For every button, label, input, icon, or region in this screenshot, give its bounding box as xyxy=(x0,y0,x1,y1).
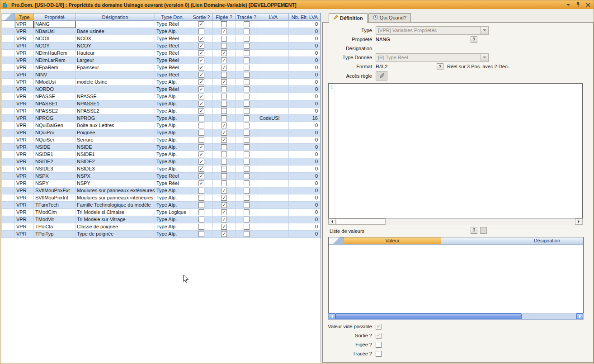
row-selector[interactable] xyxy=(1,202,15,209)
table-row[interactable]: VPR TFamTech Famille Technologique du mo… xyxy=(1,202,321,209)
sortie-checkbox[interactable] xyxy=(198,144,204,150)
tracee-checkbox[interactable] xyxy=(244,57,250,63)
row-selector[interactable] xyxy=(1,137,15,144)
figee-checkbox[interactable] xyxy=(221,108,227,114)
figee-checkbox[interactable] xyxy=(221,130,227,136)
sortie-checkbox[interactable] xyxy=(198,188,204,194)
sortie-checkbox[interactable] xyxy=(198,57,204,63)
table-row[interactable]: VPR NPASSE1 NPASSE1 Type Alp. 0 xyxy=(1,100,321,108)
select-all-corner[interactable] xyxy=(1,13,15,21)
figee-checkbox[interactable] xyxy=(221,50,227,56)
sortie-checkbox[interactable] xyxy=(198,86,204,92)
table-row[interactable]: VPR NPASSE NPASSE Type Alp. 0 xyxy=(1,93,321,100)
figee-checkbox[interactable] xyxy=(221,101,227,107)
tracee-checkbox[interactable] xyxy=(244,217,250,222)
tracee-checkbox[interactable] xyxy=(244,224,250,230)
row-selector[interactable] xyxy=(1,28,15,35)
table-row[interactable]: VPR NSPY NSPY Type Réel 0 xyxy=(1,180,321,187)
tracee-checkbox[interactable] xyxy=(244,72,250,78)
table-row[interactable]: VPR NModUsi modele Usine Type Alp. 0 xyxy=(1,79,321,86)
sortie-checkbox[interactable] xyxy=(198,65,204,71)
sortie-checkbox[interactable] xyxy=(376,333,382,339)
figee-checkbox[interactable] xyxy=(221,137,227,143)
acces-regle-button[interactable] xyxy=(376,71,387,80)
table-row[interactable]: VPR NANG Type Réel 0 xyxy=(1,21,321,28)
col-header-sortie[interactable]: Sortie ? xyxy=(190,13,213,21)
table-row[interactable]: VPR NORDO Type Réel 0 xyxy=(1,86,321,93)
tracee-checkbox[interactable] xyxy=(376,351,382,357)
table-row[interactable]: VPR NSIDE2 NSIDE2 Type Alp. 0 xyxy=(1,158,321,165)
chevron-down-icon[interactable] xyxy=(565,2,571,8)
figee-checkbox[interactable] xyxy=(221,57,227,63)
table-row[interactable]: VPR NQuiSer Serrure Type Alp. 0 xyxy=(1,137,321,144)
rule-editor[interactable]: 1 xyxy=(328,83,583,218)
col-header-type-don[interactable]: Type Don. xyxy=(155,13,190,21)
sortie-checkbox[interactable] xyxy=(198,209,204,215)
sortie-checkbox[interactable] xyxy=(198,137,204,143)
row-selector[interactable] xyxy=(1,129,15,137)
figee-checkbox[interactable] xyxy=(221,65,227,71)
table-row[interactable]: VPR NPASSE2 NPASSE2 Type Alp. 0 xyxy=(1,108,321,115)
col-header-figee[interactable]: Figée ? xyxy=(213,13,236,21)
scroll-left-icon[interactable] xyxy=(329,313,335,319)
table-row[interactable]: VPR TModVit Tri Modele sur Vitrage Type … xyxy=(1,216,321,223)
row-selector[interactable] xyxy=(1,64,15,71)
tracee-checkbox[interactable] xyxy=(244,21,250,27)
table-row[interactable]: VPR NSIDE1 NSIDE1 Type Alp. 0 xyxy=(1,151,321,158)
table-row[interactable]: VPR NPROG NPROG Type Alp. CodeUSI 16 xyxy=(1,115,321,122)
row-selector[interactable] xyxy=(1,122,15,129)
row-selector[interactable] xyxy=(1,108,15,115)
tracee-checkbox[interactable] xyxy=(244,94,250,99)
table-row[interactable]: VPR NDimLarRem Largeur Type Réel 0 xyxy=(1,57,321,64)
sortie-checkbox[interactable] xyxy=(198,21,204,27)
table-row[interactable]: VPR NSPX NSPX Type Réel 0 xyxy=(1,173,321,180)
table-row[interactable]: VPR SVtlMouPnxExt Moulures sur panneaux … xyxy=(1,187,321,194)
sortie-checkbox[interactable] xyxy=(198,166,204,172)
type-donnee-select[interactable]: [R] Type Réel xyxy=(376,53,489,62)
sortie-checkbox[interactable] xyxy=(198,180,204,186)
row-selector[interactable] xyxy=(1,86,15,93)
values-scrollbar-thumb[interactable] xyxy=(335,313,522,319)
sortie-checkbox[interactable] xyxy=(198,108,204,114)
figee-checkbox[interactable] xyxy=(221,28,227,34)
tab-qui-quand[interactable]: Qui,Quand? xyxy=(368,13,411,22)
col-header-propriete[interactable]: Propriété xyxy=(34,13,75,21)
row-selector[interactable] xyxy=(1,173,15,180)
table-row[interactable]: VPR NSIDE NSIDE Type Alp. 0 xyxy=(1,144,321,151)
row-selector[interactable] xyxy=(1,194,15,202)
row-selector[interactable] xyxy=(1,165,15,173)
tracee-checkbox[interactable] xyxy=(244,202,250,208)
col-header-lva[interactable]: LVA xyxy=(258,13,289,21)
sortie-checkbox[interactable] xyxy=(198,151,204,157)
row-selector[interactable] xyxy=(1,187,15,194)
tracee-checkbox[interactable] xyxy=(244,50,250,56)
sortie-checkbox[interactable] xyxy=(198,173,204,179)
figee-checkbox[interactable] xyxy=(221,202,227,208)
col-header-valeur[interactable]: Valeur xyxy=(344,237,441,245)
table-row[interactable]: VPR TPoiCla Classe de poignée Type Alp. … xyxy=(1,223,321,231)
row-selector[interactable] xyxy=(1,21,15,28)
sortie-checkbox[interactable] xyxy=(198,101,204,107)
tracee-checkbox[interactable] xyxy=(244,86,250,92)
figee-checkbox[interactable] xyxy=(221,144,227,150)
figee-checkbox[interactable] xyxy=(221,173,227,179)
scroll-left-icon[interactable] xyxy=(329,218,336,225)
table-row[interactable]: VPR NQuiPoi Poignée Type Alp. 0 xyxy=(1,129,321,137)
col-header-tracee[interactable]: Tracée ? xyxy=(236,13,258,21)
tracee-checkbox[interactable] xyxy=(244,209,250,215)
sortie-checkbox[interactable] xyxy=(198,115,204,121)
tracee-checkbox[interactable] xyxy=(244,173,250,179)
tracee-checkbox[interactable] xyxy=(244,188,250,194)
format-help-button[interactable]: ? xyxy=(437,63,443,70)
tracee-checkbox[interactable] xyxy=(244,166,250,172)
row-selector[interactable] xyxy=(1,50,15,57)
tracee-checkbox[interactable] xyxy=(244,108,250,114)
propriete-help-button[interactable]: ? xyxy=(471,36,477,43)
figee-checkbox[interactable] xyxy=(221,21,227,27)
figee-checkbox[interactable] xyxy=(221,86,227,92)
table-row[interactable]: VPR TPoiTyp Type de poignée Type Alp. 0 xyxy=(1,231,321,238)
table-row[interactable]: VPR NSIDE3 NSIDE3 Type Alp. 0 xyxy=(1,165,321,173)
sortie-checkbox[interactable] xyxy=(198,94,204,99)
table-row[interactable]: VPR NQuiBalGen Boite aux Lettres Type Al… xyxy=(1,122,321,129)
row-selector[interactable] xyxy=(1,79,15,86)
